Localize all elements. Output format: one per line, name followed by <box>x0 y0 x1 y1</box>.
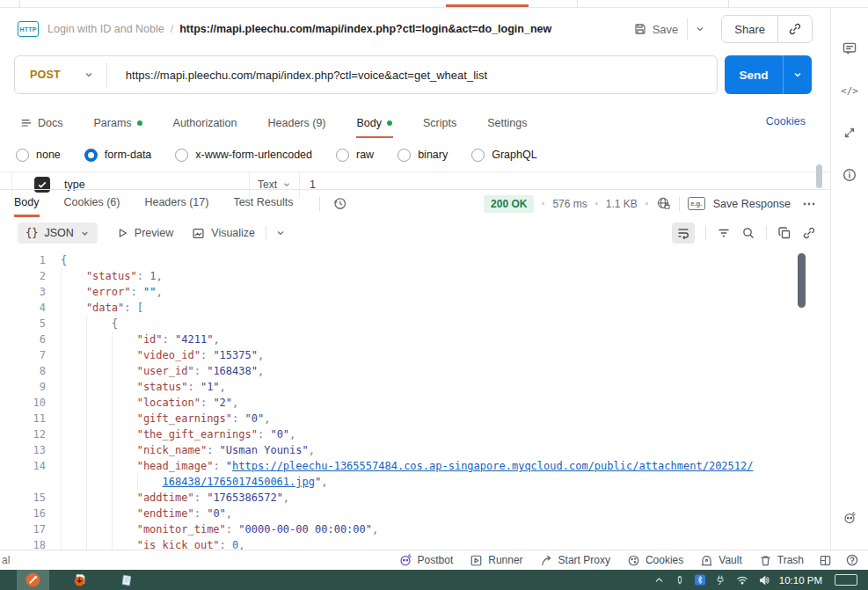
send-button[interactable]: Send <box>725 55 783 94</box>
link-icon[interactable] <box>802 226 816 240</box>
system-tray <box>653 574 770 586</box>
dot <box>542 202 544 205</box>
more-options-icon[interactable] <box>802 197 816 211</box>
request-tab-strip[interactable] <box>0 0 868 8</box>
code-icon[interactable]: </> <box>831 69 868 112</box>
comment-icon[interactable] <box>831 27 868 69</box>
response-tab-body[interactable]: Body <box>14 190 40 217</box>
braces-icon: {} <box>26 227 38 239</box>
response-code[interactable]: 1{2"status": 1,3"error": "",4"data": [5{… <box>0 249 830 550</box>
item-label: Start Proxy <box>558 554 610 566</box>
taskbar-app-postman[interactable] <box>17 570 49 590</box>
status-badge[interactable]: 200 OK <box>484 195 534 213</box>
url-input[interactable]: https://mapi.pleechu.com/mapi/index.php?… <box>126 69 487 82</box>
request-header: HTTP Login with ID and Noble / https://m… <box>0 8 830 50</box>
help-icon[interactable] <box>845 553 859 567</box>
tab-scripts[interactable]: Scripts <box>422 109 457 138</box>
viewer-options-button[interactable] <box>275 228 286 238</box>
breadcrumb-collection[interactable]: Login with ID and Noble <box>47 23 164 35</box>
tab-settings[interactable]: Settings <box>486 109 528 138</box>
code-line: 14"head_image": "https://pleechu-1365557… <box>0 458 830 474</box>
tab-divider <box>19 0 20 8</box>
line-number: 8 <box>0 363 46 379</box>
volume-icon[interactable] <box>758 574 770 586</box>
save-response-button[interactable]: Save Response <box>713 198 791 210</box>
method-select[interactable]: POST <box>15 69 106 81</box>
radio-label: binary <box>418 149 448 161</box>
statusbar-tools <box>819 553 859 567</box>
breadcrumb-separator: / <box>171 23 173 35</box>
cookies-link[interactable]: Cookies <box>766 115 806 127</box>
taskbar-app-notepad[interactable] <box>110 570 142 590</box>
notification-rect-icon[interactable] <box>835 574 857 586</box>
request-scrollbar[interactable] <box>816 164 822 188</box>
vault-button[interactable]: Vault <box>700 554 741 567</box>
postbot-icon[interactable] <box>831 497 868 539</box>
copy-icon[interactable] <box>777 226 791 240</box>
tab-docs[interactable]: Docs <box>19 109 63 138</box>
wifi-icon[interactable] <box>736 574 748 586</box>
response-format-select[interactable]: {} JSON <box>18 222 98 244</box>
tab-authorization[interactable]: Authorization <box>172 109 238 138</box>
tab-headers-9-[interactable]: Headers (9) <box>267 109 327 138</box>
floppy-icon <box>633 22 647 36</box>
response-scrollbar[interactable] <box>798 253 806 308</box>
chevron-up-icon[interactable] <box>653 574 665 586</box>
grid-icon[interactable] <box>819 554 832 567</box>
response-tab-cookies-6-[interactable]: Cookies (6) <box>64 190 120 217</box>
send-split-button: Send <box>725 55 812 94</box>
postbot-button[interactable]: Postbot <box>398 553 454 567</box>
response-url-link[interactable]: https://pleechu-1365557484.cos.ap-singap… <box>232 460 753 472</box>
radio-label: none <box>36 149 61 161</box>
history-icon[interactable] <box>332 196 347 211</box>
body-type-form-data[interactable]: form-data <box>84 149 152 162</box>
trash-button[interactable]: Trash <box>759 554 804 567</box>
response-time[interactable]: 576 ms <box>552 198 587 210</box>
bluetooth-icon[interactable] <box>695 574 705 586</box>
response-size[interactable]: 1.1 KB <box>606 198 638 210</box>
statusbar-items: PostbotRunnerStart ProxyCookiesVaultTras… <box>398 553 804 567</box>
response-tab-headers-17-[interactable]: Headers (17) <box>144 190 208 217</box>
body-type-graphql[interactable]: GraphQL <box>471 149 536 162</box>
usb-icon[interactable] <box>675 575 685 586</box>
response-meta: 200 OK 576 ms 1.1 KB e.g. Save Response <box>484 195 816 213</box>
visualize-button[interactable]: Visualize <box>192 227 255 240</box>
tab-label: Params <box>93 117 131 129</box>
body-type-binary[interactable]: binary <box>398 149 448 162</box>
search-icon[interactable] <box>741 226 755 240</box>
body-type-x-www-form-urlencoded[interactable]: x-www-form-urlencoded <box>175 149 312 162</box>
share-button[interactable]: Share <box>722 23 777 36</box>
info-icon[interactable] <box>831 154 868 196</box>
save-button[interactable]: Save <box>630 17 688 41</box>
response-url-link[interactable]: 168438/1765017450061.jpg <box>163 476 315 488</box>
preview-button[interactable]: Preview <box>116 227 173 239</box>
cookies-button[interactable]: Cookies <box>627 554 683 567</box>
request-title[interactable]: https://mapi.pleechu.com/mapi/index.php?… <box>179 23 551 35</box>
line-number <box>0 474 46 490</box>
power-icon[interactable] <box>715 574 726 586</box>
taskbar-app-downloader[interactable] <box>63 570 96 590</box>
dot <box>646 202 648 205</box>
body-type-none[interactable]: none <box>16 149 61 162</box>
line-number: 7 <box>0 347 46 363</box>
runner-button[interactable]: Runner <box>470 554 522 567</box>
tab-body[interactable]: Body <box>356 109 394 138</box>
arrows-icon[interactable] <box>831 112 868 154</box>
send-options-button[interactable] <box>783 55 812 94</box>
filter-icon[interactable] <box>717 226 731 240</box>
taskbar-clock[interactable]: 10:10 PM <box>779 575 822 586</box>
tab-divider <box>577 0 578 8</box>
wrap-lines-button[interactable] <box>672 222 695 244</box>
network-globe-icon[interactable] <box>656 196 671 211</box>
tab-params[interactable]: Params <box>92 109 142 138</box>
body-type-raw[interactable]: raw <box>336 149 374 162</box>
code-line: 13"nick_name": "Usman Younis", <box>0 442 830 458</box>
copy-link-button[interactable] <box>778 22 812 36</box>
code-line: 2"status": 1, <box>0 268 830 284</box>
line-number: 18 <box>0 537 46 550</box>
docs-icon <box>20 117 33 129</box>
save-options-button[interactable] <box>687 18 709 40</box>
response-tab-test-results[interactable]: Test Results <box>233 190 293 217</box>
start-proxy-button[interactable]: Start Proxy <box>540 554 610 567</box>
response-viewer-bar: {} JSON Preview Visualize <box>0 217 830 249</box>
